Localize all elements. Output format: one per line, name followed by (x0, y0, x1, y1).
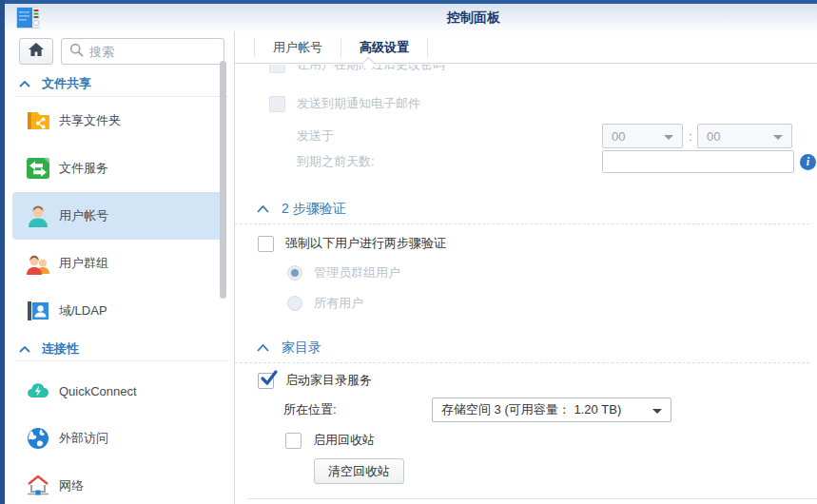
sidebar-scrollbar[interactable] (220, 61, 226, 299)
row-enable-home-service: 启动家目录服务 (235, 363, 817, 397)
section-title: 家目录 (282, 339, 321, 357)
sidebar: 文件共享 共享文件夹 (5, 31, 235, 504)
empty-recycle-bin-button[interactable]: 清空回收站 (314, 458, 404, 484)
chevron-up-icon (257, 344, 269, 352)
checkbox-enable-recycle-bin[interactable] (285, 433, 302, 449)
chevron-up-icon (19, 346, 30, 353)
info-icon[interactable]: i (800, 154, 816, 170)
sidebar-item-label: 共享文件夹 (59, 112, 121, 129)
minute-select[interactable]: 00 (697, 124, 792, 148)
row-radio-admin-group: 管理员群组用户 (235, 262, 817, 283)
titlebar[interactable]: 控制面板 (5, 4, 817, 31)
hour-select[interactable]: 00 (602, 124, 683, 148)
chevron-down-icon (664, 135, 673, 140)
sidebar-section-connectivity[interactable]: 连接性 (5, 337, 234, 361)
settings-content: 让用户在期限过后更改密码 发送到期通知电子邮件 发送于 00 : (235, 65, 817, 504)
home-icon (28, 42, 45, 61)
window-frame-left (0, 0, 5, 504)
chevron-down-icon (652, 409, 662, 414)
row-empty-recycle-bin: 清空回收站 (235, 458, 817, 484)
radio-all-users[interactable] (287, 296, 302, 311)
sidebar-item-label: QuickConnect (59, 384, 137, 398)
tab-advanced-settings[interactable]: 高级设置 (341, 31, 427, 63)
window-title: 控制面板 (447, 10, 500, 27)
radio-admin-group-users[interactable] (287, 265, 302, 281)
network-icon (26, 474, 50, 498)
control-panel-window: 控制面板 文件 (0, 0, 817, 504)
external-access-icon (26, 426, 50, 451)
checkbox-label: 启用回收站 (313, 432, 375, 449)
home-button[interactable] (19, 38, 53, 65)
search-icon (69, 43, 84, 61)
location-label: 所在位置: (283, 401, 337, 418)
sidebar-item-quickconnect[interactable]: QuickConnect (5, 367, 234, 415)
sidebar-item-file-services[interactable]: 文件服务 (5, 145, 234, 192)
chevron-down-icon (773, 135, 783, 140)
checkbox-label: 强制以下用户进行两步骤验证 (285, 235, 446, 252)
file-services-icon (26, 156, 50, 181)
tab-separator (427, 38, 428, 57)
row-send-expiry-notification: 发送到期通知电子邮件 (235, 84, 817, 124)
checkbox-label: 启动家目录服务 (285, 372, 372, 389)
row-change-password-after-expiry: 让用户在期限过后更改密码 (235, 65, 817, 84)
checkbox-label: 发送到期通知电子邮件 (297, 95, 420, 112)
row-enforce-two-step: 强制以下用户进行两步骤验证 (235, 224, 817, 262)
shared-folder-icon (26, 108, 50, 133)
sidebar-item-shared-folder[interactable]: 共享文件夹 (5, 97, 234, 145)
row-days-before-expiry: 到期之前天数: i (235, 148, 817, 175)
sidebar-item-user-account[interactable]: 用户帐号 (12, 192, 224, 240)
send-at-label: 发送于 (297, 127, 334, 145)
sidebar-item-user-group[interactable]: 用户群组 (5, 240, 234, 287)
row-radio-all-users: 所有用户 (235, 283, 817, 323)
window-frame-top (0, 0, 817, 4)
tab-user-account[interactable]: 用户帐号 (255, 31, 340, 63)
row-location: 所在位置: 存储空间 3 (可用容量： 1.20 TB) (235, 397, 817, 422)
location-select[interactable]: 存储空间 3 (可用容量： 1.20 TB) (432, 397, 671, 422)
domain-ldap-icon (26, 299, 50, 323)
checkbox-change-password-after-expiry[interactable] (269, 65, 285, 73)
sidebar-item-external-access[interactable]: 外部访问 (5, 415, 234, 462)
sidebar-item-label: 用户帐号 (59, 207, 108, 224)
days-before-expiry-input[interactable] (602, 150, 794, 173)
chevron-up-icon (19, 81, 30, 87)
user-group-icon (26, 251, 50, 276)
tab-bar: 用户帐号 高级设置 (235, 31, 817, 64)
sidebar-item-label: 外部访问 (59, 430, 108, 447)
control-panel-app-icon (15, 5, 41, 30)
main-panel: 用户帐号 高级设置 让用户在期限过后更改密码 发送到期通知电子邮件 (235, 31, 817, 504)
row-enable-recycle-bin: 启用回收站 (235, 422, 817, 458)
minute-select-value: 00 (707, 129, 720, 144)
days-before-expiry-label: 到期之前天数: (297, 153, 375, 170)
time-colon: : (684, 129, 697, 144)
sidebar-item-domain-ldap[interactable]: 域/LDAP (5, 287, 234, 335)
sidebar-item-network[interactable]: 网络 (5, 462, 234, 504)
search-box[interactable] (61, 38, 224, 65)
sidebar-item-label: 用户群组 (59, 255, 108, 272)
radio-label: 管理员群组用户 (314, 264, 400, 281)
sidebar-section-file-sharing[interactable]: 文件共享 (5, 70, 234, 97)
checkbox-enforce-two-step[interactable] (258, 236, 274, 252)
section-home-directory[interactable]: 家目录 (235, 333, 809, 363)
chevron-up-icon (257, 205, 269, 213)
radio-label: 所有用户 (314, 295, 363, 312)
hour-select-value: 00 (612, 129, 625, 144)
quickconnect-icon (26, 378, 50, 403)
location-select-value: 存储空间 3 (可用容量： 1.20 TB) (441, 401, 621, 418)
sidebar-section-label: 文件共享 (42, 75, 91, 92)
checkbox-send-expiry-notification[interactable] (269, 96, 285, 112)
checkbox-enable-home-service[interactable] (258, 373, 274, 389)
section-divider (247, 498, 817, 499)
sidebar-section-label: 连接性 (42, 340, 79, 358)
sidebar-item-label: 文件服务 (59, 160, 108, 177)
search-input[interactable] (89, 45, 216, 59)
row-send-at: 发送于 00 : 00 (235, 124, 817, 148)
user-account-icon (26, 204, 50, 228)
sidebar-item-label: 域/LDAP (59, 302, 107, 320)
section-two-step-verification[interactable]: 2 步骤验证 (235, 194, 809, 224)
section-title: 2 步骤验证 (282, 201, 346, 218)
sidebar-item-label: 网络 (59, 477, 84, 494)
